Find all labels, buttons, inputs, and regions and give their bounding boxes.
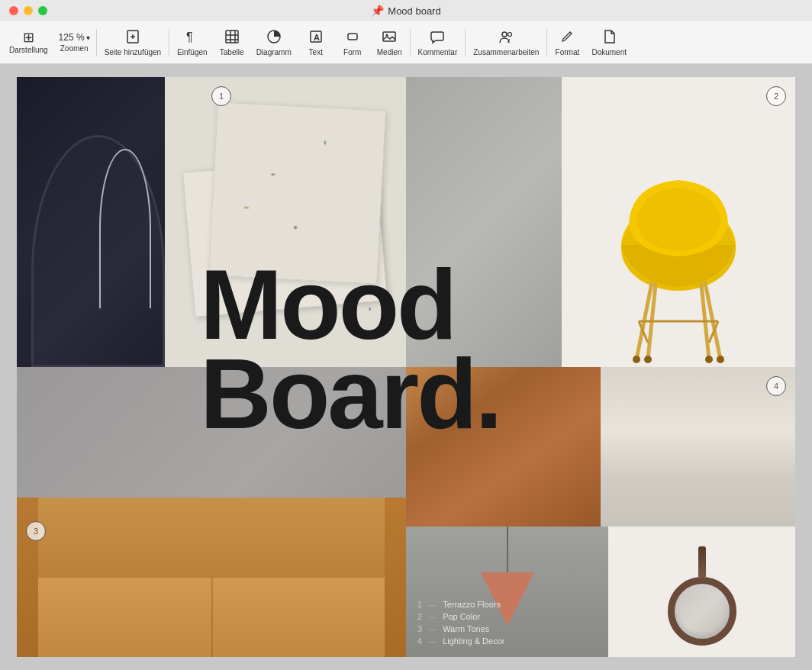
toolbar-separator-4 (465, 29, 466, 56)
close-button[interactable] (9, 6, 18, 15)
svg-rect-4 (226, 31, 238, 43)
toolbar-darstellung[interactable]: ⊞ Darstellung (3, 27, 54, 57)
yellow-chair-image (562, 77, 795, 367)
text-icon: A (308, 29, 324, 47)
minimize-button[interactable] (24, 6, 33, 15)
tabelle-label: Tabelle (220, 48, 244, 56)
toolbar-format[interactable]: Format (549, 26, 585, 60)
cell-br-bottom: 1 — Terrazzo Floors 2 — Pop Color 3 — (406, 527, 795, 657)
toolbar-diagramm[interactable]: Diagramm (250, 26, 298, 60)
toolbar-zusammenarbeiten[interactable]: Zusammenarbeiten (467, 26, 545, 60)
legend-area: 1 — Terrazzo Floors 2 — Pop Color 3 — (406, 527, 608, 657)
zoom-value: 125 % ▾ (59, 32, 90, 43)
toolbar-zoomen[interactable]: 125 % ▾ Zoomen (54, 29, 95, 56)
format-label: Format (556, 48, 580, 56)
svg-point-14 (386, 34, 388, 36)
cell-bottom-right: 1 — Terrazzo Floors 2 — Pop Color 3 — (406, 367, 795, 657)
toolbar-separator-2 (169, 29, 169, 56)
legend-item-3: Warm Tones (443, 624, 489, 633)
page-number-1: 1 (211, 86, 231, 106)
cell-br-top (406, 367, 795, 527)
toolbar-dokument[interactable]: Dokument (585, 26, 633, 60)
toolbar: ⊞ Darstellung 125 % ▾ Zoomen Seite hinzu… (0, 21, 812, 64)
window-title: 📌 Mood board (371, 5, 440, 17)
svg-point-27 (717, 356, 724, 363)
diagramm-label: Diagramm (256, 48, 292, 56)
zusammenarbeiten-label: Zusammenarbeiten (473, 48, 539, 56)
format-icon (559, 29, 575, 47)
chair-back-image (17, 77, 165, 367)
svg-point-29 (705, 356, 713, 363)
toolbar-separator-5 (546, 29, 547, 56)
text-label: Text (309, 48, 323, 56)
zusammenarbeiten-icon (498, 29, 514, 47)
cell-top-left: 1 (17, 77, 406, 367)
form-icon (345, 29, 360, 47)
legend-item-1: Terrazzo Floors (443, 600, 501, 609)
svg-point-16 (508, 32, 512, 36)
toolbar-kommentar[interactable]: Kommentar (412, 26, 464, 60)
zoomen-label: Zoomen (60, 44, 89, 53)
diagramm-icon (266, 29, 282, 47)
toolbar-text[interactable]: A Text (298, 26, 334, 60)
darstellung-label: Darstellung (9, 46, 48, 54)
toolbar-einfuegen[interactable]: ¶ Einfügen (171, 26, 213, 60)
form-label: Form (343, 48, 361, 56)
mirror-image (608, 527, 795, 657)
terrazzo-image (165, 77, 406, 367)
page-number-3: 3 (26, 521, 46, 541)
add-page-icon (125, 29, 140, 47)
page-number-2: 2 (766, 86, 786, 106)
wood-image (406, 367, 601, 527)
title-label: Mood board (388, 5, 440, 17)
svg-rect-12 (348, 34, 357, 40)
page-number-4: 4 (766, 376, 786, 396)
dokument-label: Dokument (591, 48, 627, 56)
medien-icon (382, 29, 397, 47)
titlebar: 📌 Mood board (0, 0, 812, 21)
tabelle-icon (224, 29, 240, 47)
fullscreen-button[interactable] (38, 6, 47, 15)
medien-label: Medien (377, 48, 402, 56)
toolbar-form[interactable]: Form (334, 26, 371, 60)
legend-item-2: Pop Color (443, 612, 480, 621)
toolbar-separator-3 (410, 29, 411, 56)
canvas: 1 (0, 64, 812, 670)
traffic-lights (9, 6, 47, 15)
svg-text:A: A (314, 33, 320, 42)
einfuegen-icon: ¶ (185, 29, 200, 47)
fur-image (601, 367, 795, 527)
toolbar-medien[interactable]: Medien (371, 26, 408, 60)
cell-bottom-left: 3 (17, 367, 406, 657)
svg-text:¶: ¶ (186, 31, 193, 43)
darstellung-icon: ⊞ (23, 31, 34, 44)
dokument-icon (601, 29, 617, 47)
svg-point-28 (644, 356, 652, 363)
concrete-image (406, 77, 562, 367)
seite-hinzufuegen-label: Seite hinzufügen (105, 48, 162, 56)
cell-top-right: 2 (406, 77, 795, 367)
svg-point-26 (633, 356, 640, 363)
toolbar-seite-hinzufuegen[interactable]: Seite hinzufügen (98, 26, 168, 60)
legend-item-4: Lighting & Decor (443, 636, 504, 646)
page[interactable]: 1 (17, 77, 795, 657)
title-icon: 📌 (371, 5, 384, 17)
svg-rect-13 (383, 32, 395, 41)
einfuegen-label: Einfügen (177, 48, 207, 56)
toolbar-tabelle[interactable]: Tabelle (214, 26, 250, 60)
toolbar-separator (96, 29, 97, 56)
svg-point-15 (502, 32, 507, 37)
kommentar-label: Kommentar (418, 48, 458, 56)
kommentar-icon (430, 29, 445, 47)
